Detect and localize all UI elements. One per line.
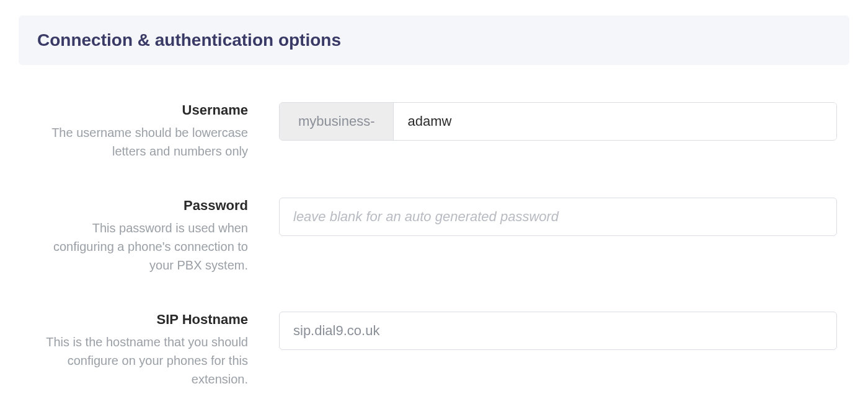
username-prefix: mybusiness- [280,103,394,140]
username-input-col: mybusiness- [279,102,837,141]
sip-hostname-label: SIP Hostname [31,312,248,328]
sip-hostname-help: This is the hostname that you should con… [46,335,248,386]
sip-hostname-label-col: SIP Hostname This is the hostname that y… [31,312,279,388]
username-row: Username The username should be lowercas… [19,102,849,160]
password-label: Password [31,198,248,214]
sip-hostname-input-col [279,312,837,350]
password-input-col [279,198,837,236]
sip-hostname-input[interactable] [279,312,837,350]
username-label: Username [31,102,248,118]
username-input[interactable] [394,103,836,140]
password-row: Password This password is used when conf… [19,198,849,274]
username-label-col: Username The username should be lowercas… [31,102,279,160]
section-header: Connection & authentication options [19,15,849,65]
section-title: Connection & authentication options [37,30,831,50]
password-input[interactable] [279,198,837,236]
sip-hostname-row: SIP Hostname This is the hostname that y… [19,312,849,388]
username-help: The username should be lowercase letters… [51,126,248,158]
password-label-col: Password This password is used when conf… [31,198,279,274]
username-input-group: mybusiness- [279,102,837,141]
password-help: This password is used when configuring a… [53,221,248,272]
